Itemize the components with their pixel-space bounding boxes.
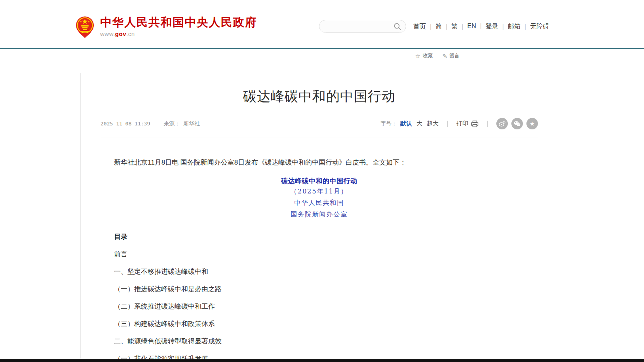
toc-item: 二、能源绿色低碳转型取得显著成效: [101, 337, 538, 346]
toc-item: （二）系统推进碳达峰碳中和工作: [101, 302, 538, 311]
toc-item: （三）构建碳达峰碳中和政策体系: [101, 319, 538, 328]
article-card: 碳达峰碳中和的中国行动 2025-11-08 11:39 来源： 新华社 字号：…: [80, 73, 558, 362]
printer-icon: [471, 120, 479, 127]
toc-item: 前言: [101, 250, 538, 259]
divider: [487, 121, 488, 127]
intro-paragraph: 新华社北京11月8日电 国务院新闻办公室8日发布《碳达峰碳中和的中国行动》白皮书…: [101, 157, 538, 167]
nav-link[interactable]: 登录: [486, 23, 508, 31]
divider: [447, 121, 448, 127]
nav-link[interactable]: 邮箱: [508, 23, 530, 31]
star-icon: ☆: [415, 53, 420, 59]
bottom-bar: [0, 359, 644, 362]
site-title: 中华人民共和国中央人民政府: [100, 16, 257, 28]
toc-item: 一、坚定不移推进碳达峰碳中和: [101, 267, 538, 276]
publish-date: 2025-11-08 11:39: [101, 121, 150, 127]
favorite-button[interactable]: ☆ 收藏: [415, 52, 433, 59]
source-label: 来源：: [163, 120, 180, 127]
pencil-icon: ✎: [442, 53, 447, 59]
source: 来源： 新华社: [163, 120, 200, 127]
page: 中华人民共和国中央人民政府 www.gov.cn 首页简繁EN登录邮箱无障碍 ☆…: [0, 0, 644, 362]
url-main: gov: [115, 30, 126, 37]
doc-org-line: 中华人民共和国: [101, 197, 538, 208]
font-size-label: 字号：: [380, 120, 397, 127]
article-meta: 2025-11-08 11:39 来源： 新华社 字号： 默认大超大 打印: [101, 118, 538, 138]
qzone-share-icon[interactable]: ★: [526, 118, 538, 129]
nav-link[interactable]: 无障碍: [530, 23, 549, 31]
nav-link[interactable]: 繁: [451, 23, 467, 31]
doc-org-line: 国务院新闻办公室: [101, 208, 538, 220]
article-body: 新华社北京11月8日电 国务院新闻办公室8日发布《碳达峰碳中和的中国行动》白皮书…: [81, 157, 558, 362]
search-box[interactable]: [319, 20, 406, 33]
comment-button[interactable]: ✎ 留言: [442, 52, 460, 59]
wechat-share-icon[interactable]: [511, 118, 523, 129]
favorite-label: 收藏: [422, 52, 433, 59]
doc-title: 碳达峰碳中和的中国行动: [101, 176, 538, 186]
toc-item: （一）推进碳达峰碳中和是必由之路: [101, 284, 538, 294]
site-url: www.gov.cn: [100, 30, 257, 37]
toc-list: 前言一、坚定不移推进碳达峰碳中和（一）推进碳达峰碳中和是必由之路（二）系统推进碳…: [101, 250, 538, 362]
toc-heading: 目录: [101, 232, 538, 241]
nav-link[interactable]: EN: [467, 23, 485, 31]
nav-link[interactable]: 简: [435, 23, 451, 31]
url-prefix: www.: [100, 30, 115, 37]
doc-date: （2025年11月）: [101, 186, 538, 197]
brand-text: 中华人民共和国中央人民政府 www.gov.cn: [100, 16, 257, 37]
article-title: 碳达峰碳中和的中国行动: [97, 87, 542, 106]
font-size-options: 默认大超大: [400, 120, 439, 127]
comment-label: 留言: [449, 52, 460, 59]
font-size-option[interactable]: 大: [416, 120, 422, 127]
share-icons: ★: [496, 118, 538, 129]
site-header: 中华人民共和国中央人民政府 www.gov.cn 首页简繁EN登录邮箱无障碍: [0, 0, 644, 48]
search-icon[interactable]: [393, 23, 401, 30]
meta-right: 字号： 默认大超大 打印: [380, 118, 538, 129]
action-row: ☆ 收藏 ✎ 留言: [415, 52, 460, 59]
weibo-share-icon[interactable]: [496, 118, 508, 129]
url-suffix: .cn: [126, 30, 135, 37]
national-emblem-logo: [76, 15, 94, 38]
meta-left: 2025-11-08 11:39 来源： 新华社: [101, 120, 200, 127]
print-button[interactable]: 打印: [456, 120, 479, 127]
site-brand[interactable]: 中华人民共和国中央人民政府 www.gov.cn: [76, 15, 257, 38]
top-nav: 首页简繁EN登录邮箱无障碍: [413, 23, 549, 31]
search-input[interactable]: [319, 20, 406, 32]
font-size-option[interactable]: 默认: [400, 120, 412, 127]
header-divider: [0, 48, 644, 49]
print-label: 打印: [456, 120, 468, 127]
nav-link[interactable]: 首页: [413, 23, 435, 31]
source-value[interactable]: 新华社: [183, 120, 200, 127]
font-size-option[interactable]: 超大: [427, 120, 439, 127]
